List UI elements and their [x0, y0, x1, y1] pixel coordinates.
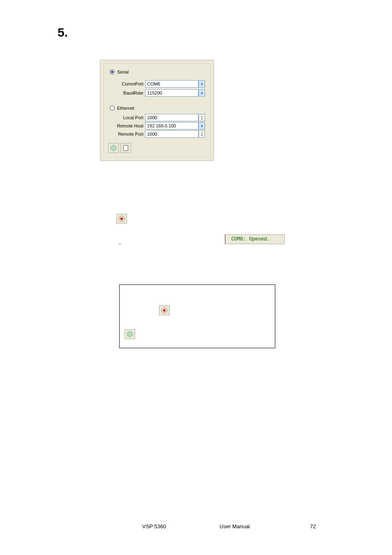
settings-panel-inner: Serial CommPort ▾ BaudRate ▾ Ethernet Lo… — [104, 63, 210, 157]
figure-box — [119, 284, 275, 348]
disconnect-button[interactable] — [116, 214, 127, 224]
baudrate-select[interactable] — [145, 89, 198, 97]
disconnect-button[interactable] — [159, 305, 170, 315]
remotehost-input[interactable] — [145, 122, 198, 130]
target-green-icon — [127, 331, 133, 337]
footer-page: 72 — [310, 523, 316, 530]
settings-panel: Serial CommPort ▾ BaudRate ▾ Ethernet Lo… — [100, 60, 214, 161]
radio-icon — [110, 106, 115, 111]
connect-button[interactable] — [108, 143, 119, 153]
commport-label: CommPort — [115, 81, 143, 86]
baudrate-label: BaudRate — [115, 90, 143, 95]
page-refresh-icon — [123, 145, 128, 151]
comma-text: , — [119, 238, 121, 245]
chevron-down-icon[interactable]: ▾ — [198, 89, 205, 97]
localport-input[interactable] — [145, 114, 198, 121]
ethernet-radio-label: Ethernet — [117, 106, 134, 111]
refresh-button[interactable] — [120, 143, 131, 153]
baudrate-row: BaudRate ▾ — [115, 89, 205, 97]
spinner-icon[interactable]: ▴▾ — [198, 130, 205, 138]
serial-radio[interactable]: Serial — [110, 69, 129, 74]
chevron-down-icon[interactable]: ▾ — [198, 80, 205, 88]
spinner-icon[interactable]: ▴▾ — [198, 114, 205, 121]
remoteport-label: Remote Port — [115, 132, 143, 136]
footer-product: VSP 5360 — [142, 523, 166, 530]
status-text: COM6: Opened. — [231, 236, 270, 242]
ethernet-radio[interactable]: Ethernet — [110, 106, 134, 111]
button-bar — [108, 143, 131, 153]
target-red-icon — [161, 308, 167, 313]
section-number: 5. — [58, 25, 68, 39]
target-green-icon — [111, 145, 116, 151]
localport-row: Local Port ▴▾ — [115, 114, 205, 121]
radio-icon — [110, 69, 115, 74]
remoteport-row: Remote Port ▴▾ — [115, 130, 205, 138]
connect-button[interactable] — [125, 329, 135, 339]
serial-radio-label: Serial — [117, 69, 129, 74]
footer-doc: User Manual — [219, 523, 250, 530]
commport-select[interactable] — [145, 80, 198, 88]
remoteport-input[interactable] — [145, 130, 198, 138]
chevron-down-icon[interactable]: ▾ — [198, 122, 205, 130]
page-footer: VSP 5360 User Manual 72 — [0, 523, 392, 530]
remotehost-label: Remote Host — [115, 123, 143, 128]
target-red-icon — [119, 216, 125, 222]
status-bar: COM6: Opened. — [225, 234, 285, 244]
remotehost-row: Remote Host ▾ — [115, 122, 205, 130]
localport-label: Local Port — [115, 115, 143, 120]
commport-row: CommPort ▾ — [115, 80, 205, 88]
